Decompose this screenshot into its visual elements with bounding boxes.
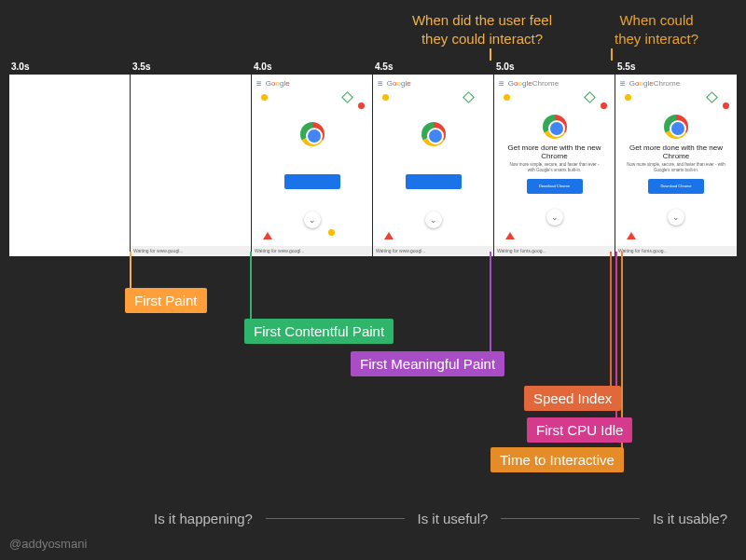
- frame-screenshot: [9, 75, 131, 256]
- download-button-placeholder: [284, 174, 340, 189]
- marker-line-fp: [130, 252, 131, 291]
- frame-time: 3.5s: [131, 59, 252, 75]
- hamburger-icon: ≡: [378, 78, 383, 89]
- filmstrip-frame: 4.5s ≡ Google ⌄ Waiting for www.googl...: [373, 59, 494, 256]
- marker-line-si: [610, 252, 612, 389]
- frame-time: 5.0s: [494, 59, 615, 75]
- google-chrome-logo: Google Chrome: [508, 79, 559, 88]
- download-button-placeholder: [406, 174, 462, 189]
- filmstrip-frame: 5.5s ≡ Google Chrome Get more done with …: [615, 59, 737, 256]
- hamburger-icon: ≡: [499, 78, 504, 89]
- frame-time: 5.5s: [615, 59, 737, 75]
- metric-speed-index: Speed Index: [524, 386, 621, 411]
- frame-time: 4.0s: [252, 59, 373, 75]
- google-chrome-logo: Google Chrome: [629, 79, 680, 88]
- google-logo: Google: [387, 79, 411, 88]
- download-button: Download Chrome: [648, 179, 704, 194]
- bottom-q-useful: Is it useful?: [418, 511, 489, 526]
- bottom-questions: Is it happening? Is it useful? Is it usa…: [154, 511, 727, 526]
- filmstrip-frame: 4.0s ≡ Google ⌄ Waiting for www.googl...: [252, 59, 373, 256]
- status-bar: Waiting for www.googl...: [131, 246, 251, 256]
- chrome-logo-icon: [664, 115, 688, 139]
- frame-time: 4.5s: [373, 59, 494, 75]
- marker-line-fmp: [490, 252, 491, 354]
- bottom-q-usable: Is it usable?: [653, 511, 727, 526]
- frame-screenshot: ≡ Google Chrome Get more done with the n…: [615, 75, 737, 256]
- frame-screenshot: Waiting for www.googl...: [131, 75, 252, 256]
- frame-screenshot: ≡ Google ⌄ Waiting for www.googl...: [373, 75, 494, 256]
- status-bar: Waiting for www.googl...: [373, 246, 493, 256]
- chrome-logo-icon: [543, 115, 567, 139]
- hero-headline: Get more done with the new Chrome: [623, 143, 729, 160]
- frame-time: 3.0s: [9, 59, 131, 75]
- filmstrip-frame: 3.5s Waiting for www.googl...: [131, 59, 252, 256]
- hero-subhead: Now more simple, secure, and faster than…: [627, 162, 725, 173]
- metric-first-paint: First Paint: [125, 288, 207, 313]
- status-bar: Waiting for fonts.goog...: [615, 246, 737, 256]
- divider: [501, 518, 640, 519]
- metric-time-to-interactive: Time to Interactive: [490, 447, 624, 472]
- metric-first-meaningful-paint: First Meaningful Paint: [351, 351, 504, 376]
- download-button: Download Chrome: [527, 179, 583, 194]
- status-bar: Waiting for www.googl...: [252, 246, 372, 256]
- hamburger-icon: ≡: [620, 78, 626, 89]
- filmstrip: 3.0s 3.5s Waiting for www.googl... 4.0s …: [9, 59, 737, 256]
- marker-line-fcp: [250, 252, 252, 321]
- hero-subhead: Now more simple, secure, and faster than…: [505, 162, 603, 173]
- chrome-logo-icon: [300, 122, 325, 146]
- google-logo: Google: [266, 79, 290, 88]
- hero-headline: Get more done with the new Chrome: [502, 143, 607, 160]
- divider: [266, 518, 405, 519]
- filmstrip-frame: 3.0s: [9, 59, 131, 256]
- frame-screenshot: ≡ Google ⌄ Waiting for www.googl...: [252, 75, 373, 256]
- hamburger-icon: ≡: [256, 78, 262, 89]
- bottom-q-happening: Is it happening?: [154, 511, 253, 526]
- question-perceived: When did the user feelthey could interac…: [384, 11, 580, 48]
- chrome-logo-icon: [421, 122, 446, 146]
- status-bar: Waiting for fonts.goog...: [494, 246, 615, 256]
- question-actual: When couldthey interact?: [591, 11, 722, 48]
- metric-first-cpu-idle: First CPU Idle: [527, 417, 632, 443]
- metric-first-contentful-paint: First Contentful Paint: [244, 319, 394, 344]
- frame-screenshot: ≡ Google Chrome Get more done with the n…: [494, 75, 615, 256]
- filmstrip-frame: 5.0s ≡ Google Chrome Get more done with …: [494, 59, 615, 256]
- author-handle: @addyosmani: [9, 537, 87, 551]
